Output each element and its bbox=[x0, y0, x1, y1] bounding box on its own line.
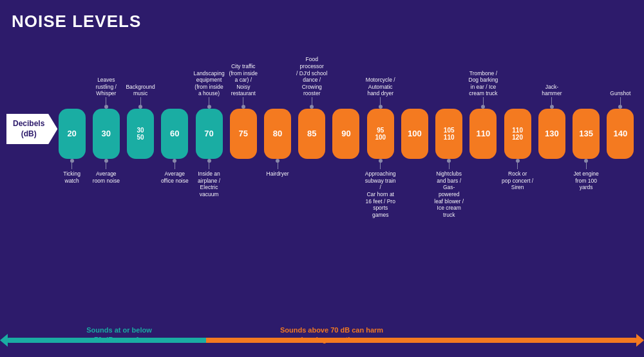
bar-col-80: 80 bbox=[264, 109, 291, 159]
bar-col-110120: 110 120 bbox=[504, 109, 531, 159]
bar-group-col-105110: 105 110Nightclubs and bars / Gas-powered… bbox=[432, 38, 466, 327]
decibels-text: Decibels(dB) bbox=[13, 119, 44, 138]
top-label-col-70: Landscaping equipment (from inside a hou… bbox=[192, 70, 226, 98]
bar-group-col-20: 20Ticking watch bbox=[55, 38, 89, 327]
bottom-label-col-20: Ticking watch bbox=[55, 170, 89, 184]
bar-group-col-140: Gunshot140 bbox=[603, 38, 638, 327]
bar-group-col-85: Food processor / DJ'd school dance / Cro… bbox=[295, 38, 329, 327]
bar-group-col-60: 60Average office noise bbox=[158, 38, 192, 327]
bar-col-30: 30 bbox=[93, 109, 120, 159]
top-label-col-75: City traffic (from inside a car) / Noisy… bbox=[226, 63, 260, 97]
bar-col-130: 130 bbox=[538, 109, 565, 159]
bar-col-85: 85 bbox=[298, 109, 325, 159]
bar-col-3050: 30 50 bbox=[127, 109, 154, 159]
bottom-label-col-105110: Nightclubs and bars / Gas-powered leaf b… bbox=[432, 170, 466, 218]
bottom-label-col-95100: Approaching subway train / Car horn at 1… bbox=[363, 170, 397, 218]
decibels-label: Decibels(dB) bbox=[6, 114, 57, 144]
top-label-col-140: Gunshot bbox=[603, 90, 638, 97]
bar-col-90: 90 bbox=[332, 109, 359, 159]
bar-col-95100: 95 100 bbox=[367, 109, 394, 159]
bar-group-col-100: 100 bbox=[397, 38, 431, 327]
bar-group-col-135: 135Jet engine from 100 yards bbox=[569, 38, 603, 327]
bottom-label-col-80: Hairdryer bbox=[260, 170, 294, 178]
top-label-col-110: Trombone / Dog barking in ear / Ice crea… bbox=[466, 70, 500, 98]
bar-group-col-30: Leaves rustling / Whisper30Average room … bbox=[89, 38, 123, 327]
bar-group-col-75: City traffic (from inside a car) / Noisy… bbox=[226, 38, 260, 327]
bar-group-col-70: Landscaping equipment (from inside a hou… bbox=[192, 38, 226, 327]
main-container: NOISE LEVELS Decibels(dB) 20Ticking watc… bbox=[0, 0, 644, 357]
bar-col-70: 70 bbox=[196, 109, 223, 159]
bar-group-col-80: 80Hairdryer bbox=[260, 38, 294, 327]
bar-group-col-110120: 110 120Rock or pop concert / Siren bbox=[500, 38, 535, 327]
bar-col-100: 100 bbox=[401, 109, 428, 159]
top-label-col-95100: Motorcycle / Automatic hand dryer bbox=[363, 77, 397, 97]
bottom-label-col-60: Average office noise bbox=[158, 170, 192, 184]
top-label-col-130: Jack- hammer bbox=[535, 84, 569, 97]
chart-area: Decibels(dB) 20Ticking watchLeaves rustl… bbox=[6, 38, 638, 353]
top-label-col-3050: Background music bbox=[123, 84, 157, 97]
bottom-label-col-110120: Rock or pop concert / Siren bbox=[500, 170, 535, 191]
bar-col-105110: 105 110 bbox=[435, 109, 462, 159]
columns-area: 20Ticking watchLeaves rustling / Whisper… bbox=[55, 38, 638, 327]
arrow-safe-label: Sounds at or below70 dB are safe. bbox=[45, 325, 193, 344]
bar-col-135: 135 bbox=[573, 109, 600, 159]
bar-group-col-3050: Background music30 50 bbox=[123, 38, 157, 327]
bar-col-110: 110 bbox=[469, 109, 497, 159]
top-label-col-30: Leaves rustling / Whisper bbox=[89, 77, 123, 97]
bottom-label-col-30: Average room noise bbox=[89, 170, 123, 184]
title: NOISE LEVELS bbox=[12, 12, 638, 32]
bar-col-60: 60 bbox=[161, 109, 188, 159]
bar-group-col-130: Jack- hammer130 bbox=[535, 38, 569, 327]
top-label-col-85: Food processor / DJ'd school dance / Cro… bbox=[295, 56, 329, 97]
bar-group-col-90: 90 bbox=[329, 38, 363, 327]
bar-col-20: 20 bbox=[59, 109, 86, 159]
bar-group-col-95100: Motorcycle / Automatic hand dryer95 100A… bbox=[363, 38, 397, 327]
bottom-label-col-135: Jet engine from 100 yards bbox=[569, 170, 603, 191]
bar-col-75: 75 bbox=[230, 109, 257, 159]
bar-group-col-110: Trombone / Dog barking in ear / Ice crea… bbox=[466, 38, 500, 327]
bottom-label-col-70: Inside an airplane / Electric vacuum bbox=[192, 170, 226, 198]
arrow-harm-label: Sounds above 70 dB can harmhearing over … bbox=[219, 325, 444, 344]
bar-col-140: 140 bbox=[607, 109, 634, 159]
